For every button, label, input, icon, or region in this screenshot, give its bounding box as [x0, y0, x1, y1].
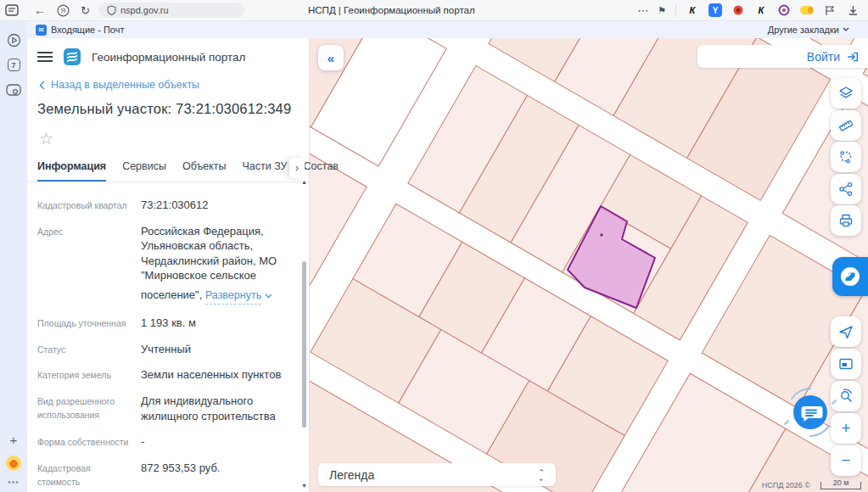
- tab-parcel-parts[interactable]: Части ЗУ: [242, 160, 287, 182]
- map-footer: НСПД 2026 © 20 м: [762, 481, 861, 489]
- bookmarks-bar: ✉ Входящие - Почт Другие закладки: [27, 21, 868, 38]
- ruler-icon: [837, 117, 854, 134]
- collapse-panel-button[interactable]: «: [318, 45, 344, 70]
- feedback-icon: [839, 266, 861, 288]
- mail-icon: ✉: [36, 25, 47, 36]
- minimap-icon: [837, 355, 854, 372]
- refresh-icon[interactable]: ↻: [81, 5, 90, 16]
- print-icon: [837, 212, 854, 229]
- sort-chevrons-icon: ⌃⌃: [538, 471, 545, 479]
- page-title: Земельный участок: 73:21:030612:349: [37, 101, 309, 117]
- tabs-scroll-right-button[interactable]: ›: [289, 158, 305, 178]
- select-area-button[interactable]: [831, 142, 861, 172]
- kinopoisk-icon[interactable]: К: [686, 3, 699, 17]
- target-extension-icon[interactable]: [777, 3, 791, 17]
- lasso-select-icon: [837, 148, 854, 165]
- chevron-down-icon: [843, 27, 849, 32]
- share-button[interactable]: [831, 174, 861, 204]
- attribution-text: НСПД 2026 ©: [762, 481, 810, 489]
- kinopoisk-icon-2[interactable]: К: [754, 3, 768, 17]
- panel-scrollbar[interactable]: [302, 261, 306, 428]
- parcel-center-dot: [600, 233, 602, 236]
- battery-extension-icon[interactable]: [800, 3, 814, 17]
- field-row: Адрес Российская Федерация, Ульяновская …: [37, 224, 294, 305]
- scroll-down-arrow[interactable]: ▼: [301, 483, 307, 489]
- svg-text:Я: Я: [61, 7, 66, 14]
- tabs-panel-icon[interactable]: [5, 4, 19, 16]
- layers-icon: [837, 85, 854, 102]
- portal-logo-icon[interactable]: [64, 48, 81, 65]
- download-icon[interactable]: [846, 3, 860, 17]
- share-icon: [837, 181, 854, 198]
- address-bar[interactable]: nspd.gov.ru: [98, 3, 244, 18]
- field-row: Кадастровый квартал 73:21:030612: [37, 198, 294, 213]
- field-row: Площадь уточненная 1 193 кв. м: [37, 316, 294, 331]
- location-arrow-icon: [837, 323, 854, 340]
- portal-title: Геоинформационный портал: [92, 51, 245, 64]
- my-location-button[interactable]: [831, 316, 861, 347]
- tab-services[interactable]: Сервисы: [122, 160, 166, 182]
- scale-label: 20 м: [821, 478, 860, 487]
- browser-sidebar: 7 + •••: [0, 21, 27, 492]
- chat-widget-button[interactable]: [780, 382, 841, 443]
- chevron-down-icon: [265, 294, 272, 299]
- tab-bar: Информация Сервисы Объекты Части ЗУ Сост…: [27, 160, 309, 182]
- field-row: Категория земель Земли населенных пункто…: [37, 367, 294, 383]
- sidebar-more-icon[interactable]: •••: [8, 478, 20, 487]
- tab-composition[interactable]: Состав: [304, 160, 339, 182]
- more-menu-icon[interactable]: ⋯: [637, 5, 648, 16]
- scroll-up-arrow[interactable]: ▲: [301, 179, 307, 185]
- bookmark-inbox[interactable]: ✉ Входящие - Почт: [36, 25, 124, 36]
- print-button[interactable]: [831, 205, 861, 236]
- tab-information[interactable]: Информация: [37, 160, 106, 182]
- legend-toggle[interactable]: Легенда ⌃⌃: [318, 463, 556, 486]
- map-area[interactable]: « Войти + −: [310, 38, 868, 492]
- yandex-alice-icon[interactable]: Я: [57, 4, 70, 17]
- login-icon: [846, 50, 860, 64]
- back-icon[interactable]: ←: [34, 4, 46, 16]
- bookmark-flag-icon[interactable]: ⚑: [658, 6, 666, 15]
- expand-address-link[interactable]: Развернуть: [205, 288, 272, 305]
- screenshot-icon[interactable]: [6, 82, 21, 98]
- yandex-icon[interactable]: Y: [708, 3, 722, 17]
- back-to-selected-link[interactable]: Назад в выделенные объекты: [39, 79, 309, 91]
- overview-map-button[interactable]: [831, 349, 861, 379]
- field-row: Кадастровая стоимость 872 953,53 руб.: [37, 461, 294, 489]
- tab-objects[interactable]: Объекты: [182, 160, 227, 182]
- toolbar-separator: [675, 4, 676, 16]
- menu-hamburger-icon[interactable]: [37, 52, 53, 62]
- login-button[interactable]: Войти: [697, 45, 868, 68]
- field-row: Вид разрешенного использования Для индив…: [37, 394, 294, 423]
- mail-app-icon[interactable]: [6, 456, 21, 471]
- browser-toolbar: ← Я ↻ nspd.gov.ru НСПД | Геоинформационн…: [0, 0, 868, 21]
- chevron-left-icon: [39, 81, 45, 90]
- field-row: Форма собственности -: [37, 434, 294, 450]
- feedback-button[interactable]: [832, 257, 868, 296]
- red-extension-icon[interactable]: [731, 3, 745, 17]
- scale-bar: 20 м: [820, 482, 861, 489]
- media-play-icon[interactable]: [6, 32, 21, 48]
- favorite-star-icon[interactable]: ☆: [39, 129, 309, 148]
- add-icon[interactable]: +: [6, 432, 21, 447]
- badge-7-icon[interactable]: 7: [8, 59, 20, 71]
- attributes-list: Кадастровый квартал 73:21:030612 Адрес Р…: [27, 182, 309, 492]
- security-shield-icon: [107, 5, 116, 15]
- object-info-panel: Геоинформационный портал Назад в выделен…: [27, 38, 310, 492]
- other-bookmarks-button[interactable]: Другие закладки: [768, 25, 849, 35]
- tab-title[interactable]: НСПД | Геоинформационный портал: [308, 5, 475, 15]
- url-text: nspd.gov.ru: [120, 5, 169, 15]
- flag-extension-icon[interactable]: [823, 3, 837, 17]
- field-row: Статус Учтенный: [37, 342, 294, 357]
- zoom-out-button[interactable]: −: [831, 445, 861, 476]
- layers-button[interactable]: [831, 78, 861, 109]
- measure-button[interactable]: [831, 110, 861, 141]
